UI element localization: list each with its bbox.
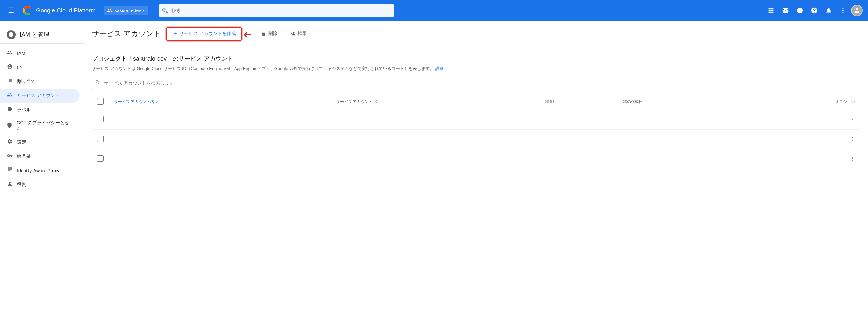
bell-icon-btn[interactable] (822, 4, 835, 17)
top-header: ☰ Google Cloud Platform sakuraio-dev ▾ 🔍 (0, 0, 868, 21)
detail-link[interactable]: 詳細 (435, 66, 444, 71)
delete-btn-label: 削除 (268, 31, 277, 37)
row-checkbox[interactable] (97, 116, 103, 122)
row-options-icon[interactable]: ⋮ (739, 149, 860, 169)
sidebar-item-iam-label: IAM (17, 51, 25, 56)
service-accounts-nav-icon (6, 92, 13, 100)
sidebar-item-roles-label: 役割 (17, 182, 26, 188)
arrow-annotation: ➜ (243, 29, 252, 41)
crypto-nav-icon (6, 152, 13, 160)
iap-nav-icon (6, 167, 13, 174)
sidebar-item-crypto[interactable]: 暗号鍵 (0, 149, 80, 163)
project-icon (107, 7, 113, 13)
quota-nav-icon (6, 78, 13, 85)
header-search-wrapper: 🔍 (158, 4, 394, 17)
logo-text: Google Cloud Platform (36, 7, 96, 14)
main-layout: IAM と管理 IAM ID 割り当て サービス アカウント (0, 21, 868, 334)
section-description: サービス アカウントは Google Cloud サービス ID（Compute… (92, 65, 860, 72)
row-checkbox[interactable] (97, 155, 103, 162)
row-options-icon[interactable]: ⋮ (739, 129, 860, 149)
create-btn-label: サービス アカウントを作成 (180, 31, 236, 37)
iam-icon (6, 30, 16, 39)
gcp-logo-icon (22, 5, 33, 16)
permissions-btn-label: 権限 (298, 31, 307, 37)
header-search-input[interactable] (158, 4, 394, 17)
sidebar-item-iam[interactable]: IAM (0, 46, 80, 60)
row-checkbox[interactable] (97, 136, 103, 142)
sidebar-item-labels[interactable]: ラベル (0, 103, 80, 117)
sidebar-item-quota[interactable]: 割り当て (0, 75, 80, 89)
delete-icon (261, 31, 266, 36)
labels-nav-icon (6, 106, 13, 113)
section-title: プロジェクト「sakuraio-dev」のサービス アカウント (92, 55, 860, 63)
user-avatar[interactable] (851, 5, 863, 17)
table-body: ⋮ ⋮ (92, 110, 860, 169)
col-account-id: サービス アカウント ID (331, 94, 540, 110)
sidebar-item-privacy-label: GCP のプライバシーとセキ... (17, 120, 73, 132)
settings-nav-icon (6, 138, 13, 146)
table-header: サービス アカウント名 ∧ サービス アカウント ID 鍵 ID 鍵の作成日 オ (92, 94, 860, 110)
sidebar-item-crypto-label: 暗号鍵 (17, 154, 31, 160)
sidebar-item-privacy[interactable]: GCP のプライバシーとセキ... (0, 117, 80, 135)
col-name[interactable]: サービス アカウント名 ∧ (109, 94, 331, 110)
sidebar-item-service-accounts-label: サービス アカウント (17, 93, 60, 99)
mail-icon-btn[interactable] (779, 4, 792, 17)
select-all-checkbox[interactable] (97, 98, 103, 105)
menu-icon[interactable]: ☰ (5, 4, 17, 18)
table-row: ⋮ (92, 110, 860, 129)
apps-icon-btn[interactable] (765, 4, 778, 17)
col-options: オプション (739, 94, 860, 110)
sidebar-item-id-label: ID (17, 65, 22, 70)
project-dropdown-icon: ▾ (143, 8, 145, 13)
create-service-account-button[interactable]: ＋ サービス アカウントを作成 (166, 27, 242, 41)
page-title: サービス アカウント (92, 29, 161, 39)
sidebar-item-id[interactable]: ID (0, 60, 80, 75)
sidebar: IAM と管理 IAM ID 割り当て サービス アカウント (0, 21, 84, 334)
sidebar-header: IAM と管理 (0, 26, 84, 44)
roles-nav-icon (6, 181, 13, 188)
project-selector[interactable]: sakuraio-dev ▾ (103, 6, 148, 16)
create-btn-plus-icon: ＋ (172, 30, 178, 37)
privacy-nav-icon (6, 122, 13, 130)
table-row: ⋮ (92, 129, 860, 149)
search-bar (92, 77, 255, 89)
sidebar-item-settings[interactable]: 設定 (0, 135, 80, 149)
sidebar-item-service-accounts[interactable]: サービス アカウント (0, 89, 80, 103)
permissions-button[interactable]: 権限 (287, 28, 311, 39)
sidebar-item-iap[interactable]: Identity-Aware Proxy (0, 163, 80, 177)
row-options-icon[interactable]: ⋮ (739, 110, 860, 129)
sidebar-item-iap-label: Identity-Aware Proxy (17, 168, 59, 173)
sidebar-item-labels-label: ラベル (17, 107, 31, 113)
more-icon-btn[interactable] (837, 4, 850, 17)
sidebar-item-quota-label: 割り当て (17, 79, 35, 85)
id-nav-icon (6, 64, 13, 71)
table-row: ⋮ (92, 149, 860, 169)
sidebar-title: IAM と管理 (20, 31, 50, 39)
help-icon-btn[interactable] (808, 4, 821, 17)
permissions-icon (290, 31, 296, 36)
search-input[interactable] (92, 77, 255, 89)
delete-button[interactable]: 削除 (257, 28, 281, 39)
main-content: サービス アカウント ＋ サービス アカウントを作成 ➜ 削除 権限 プロジェク… (84, 21, 868, 334)
search-bar-icon (95, 80, 100, 86)
header-actions (765, 4, 863, 17)
project-name: sakuraio-dev (115, 8, 141, 13)
col-key-id: 鍵 ID (540, 94, 618, 110)
col-key-date: 鍵の作成日 (618, 94, 739, 110)
iam-nav-icon (6, 50, 13, 57)
alert-icon-btn[interactable] (793, 4, 806, 17)
app-logo: Google Cloud Platform (22, 5, 96, 16)
page-header: サービス アカウント ＋ サービス アカウントを作成 ➜ 削除 権限 (84, 21, 868, 47)
sidebar-item-roles[interactable]: 役割 (0, 177, 80, 192)
header-search-icon: 🔍 (162, 7, 168, 14)
service-accounts-table: サービス アカウント名 ∧ サービス アカウント ID 鍵 ID 鍵の作成日 オ (92, 94, 860, 169)
page-body: プロジェクト「sakuraio-dev」のサービス アカウント サービス アカウ… (84, 47, 868, 177)
sidebar-item-settings-label: 設定 (17, 139, 26, 145)
